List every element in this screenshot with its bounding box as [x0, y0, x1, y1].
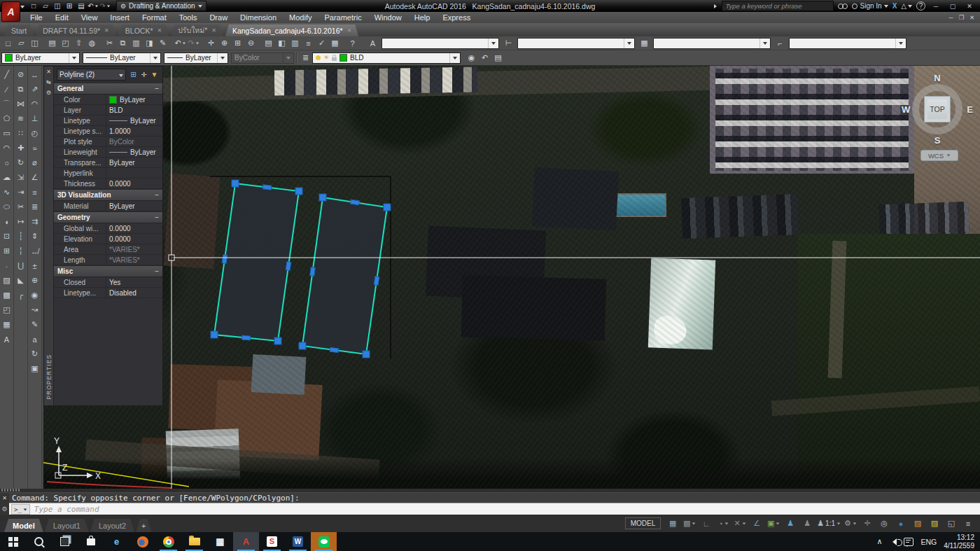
- make-block-icon[interactable]: ⊞: [1, 244, 13, 258]
- wcs-dropdown[interactable]: WCS: [920, 150, 958, 161]
- selected-polyline[interactable]: [214, 183, 299, 341]
- join-icon[interactable]: ⋃: [15, 258, 27, 273]
- tab-draft[interactable]: DRAFT 04.11.59*✕: [36, 25, 116, 36]
- show-hidden-icons-chevron[interactable]: ∧: [876, 537, 882, 546]
- dimension-style-combo[interactable]: [517, 38, 635, 49]
- clean-screen-icon[interactable]: ◱: [944, 517, 959, 530]
- layout1-tab[interactable]: Layout1: [45, 519, 89, 532]
- application-menu-button[interactable]: A: [1, 1, 20, 22]
- word-icon[interactable]: [285, 532, 311, 551]
- baseline-icon[interactable]: ≣: [29, 200, 41, 214]
- calculator-icon[interactable]: ▦: [207, 532, 233, 551]
- etransmit-icon[interactable]: ◍: [85, 37, 99, 50]
- multileader-style-combo[interactable]: [789, 38, 906, 49]
- arc-length-icon[interactable]: ◠: [29, 97, 41, 111]
- model-tab[interactable]: Model: [4, 519, 43, 532]
- dimension-break-icon[interactable]: ↮: [29, 244, 41, 258]
- action-center-icon[interactable]: [904, 538, 913, 546]
- tab-close-icon[interactable]: ✕: [104, 27, 109, 34]
- menu-window[interactable]: Window: [368, 12, 408, 23]
- aligned-dimension-icon[interactable]: ⇗: [29, 82, 41, 97]
- command-customize-icon[interactable]: ⚙: [0, 503, 9, 515]
- dimension-space-icon[interactable]: ⇕: [29, 229, 41, 244]
- viewcube-south[interactable]: S: [934, 135, 941, 146]
- region-icon[interactable]: ◰: [1, 302, 13, 317]
- firefox-icon[interactable]: [130, 532, 155, 551]
- language-indicator[interactable]: ENG: [920, 538, 937, 546]
- vertex-grip[interactable]: [299, 342, 306, 349]
- midpoint-grip[interactable]: [286, 262, 291, 271]
- task-view-button[interactable]: [52, 532, 78, 551]
- help-icon[interactable]: ?: [916, 1, 925, 11]
- open-icon[interactable]: ▱: [15, 37, 28, 50]
- table-icon[interactable]: ▦: [1, 317, 13, 332]
- make-object-layer-current-icon[interactable]: ◉: [465, 52, 478, 64]
- hatch-icon[interactable]: ▨: [1, 273, 13, 288]
- menu-view[interactable]: View: [75, 12, 104, 23]
- restore-button[interactable]: ▢: [946, 3, 959, 10]
- redo-icon[interactable]: ↷: [187, 37, 200, 50]
- dimension-text-edit-icon[interactable]: a: [29, 332, 41, 347]
- menu-insert[interactable]: Insert: [104, 12, 136, 23]
- layout2-tab[interactable]: Layout2: [90, 519, 134, 532]
- midpoint-grip[interactable]: [351, 200, 360, 205]
- application-menu-arrow-icon[interactable]: [20, 6, 24, 8]
- ordinate-icon[interactable]: ⊥: [29, 111, 41, 126]
- ellipse-arc-icon[interactable]: ◖: [1, 214, 13, 229]
- markup-icon[interactable]: ✓: [315, 37, 328, 50]
- tab-close-icon[interactable]: ✕: [157, 27, 162, 34]
- qnew-icon[interactable]: □: [28, 1, 39, 11]
- search-icon[interactable]: [838, 4, 848, 9]
- save-icon[interactable]: ◫: [52, 1, 63, 11]
- tab-start[interactable]: Start: [4, 25, 34, 36]
- menu-dimension[interactable]: Dimension: [234, 12, 283, 23]
- angular-icon[interactable]: ∠: [29, 170, 41, 185]
- midpoint-grip[interactable]: [374, 277, 379, 286]
- internet-explorer-icon[interactable]: e: [104, 532, 130, 551]
- close-button[interactable]: ✕: [963, 3, 976, 10]
- object-snap-icon[interactable]: ∠: [749, 517, 764, 530]
- command-prompt-icon[interactable]: >_: [11, 504, 30, 515]
- center-mark-icon[interactable]: ⊕: [29, 273, 41, 288]
- layer-properties-manager-icon[interactable]: ≣: [299, 52, 312, 64]
- linear-dimension-icon[interactable]: ↔: [29, 67, 41, 82]
- gradient-icon[interactable]: ▩: [1, 288, 13, 302]
- undo-icon[interactable]: ↶: [174, 37, 187, 50]
- text-style-combo[interactable]: [382, 38, 499, 49]
- viewcube-top-face[interactable]: TOP: [924, 96, 951, 123]
- viewcube[interactable]: N S W E TOP: [912, 84, 962, 134]
- polar-tracking-icon[interactable]: ◔: [715, 517, 731, 530]
- construction-line-icon[interactable]: ∕: [1, 82, 13, 97]
- save-as-icon[interactable]: ⊞: [64, 1, 75, 11]
- tab-close-icon[interactable]: ✕: [211, 27, 216, 34]
- radius-icon[interactable]: ◴: [29, 126, 41, 141]
- store-icon[interactable]: [78, 532, 104, 551]
- system-variable-monitor-icon[interactable]: ▨: [927, 517, 942, 530]
- sketchup-icon[interactable]: [259, 532, 285, 551]
- tab-prabmai[interactable]: ปรับใหม่*✕: [171, 25, 223, 36]
- zoom-window-icon[interactable]: ⊞: [231, 37, 244, 50]
- rectangle-icon[interactable]: ▭: [1, 126, 13, 141]
- start-button[interactable]: [0, 532, 26, 551]
- snap-mode-icon[interactable]: ▩: [682, 517, 697, 530]
- tolerance-icon[interactable]: ±: [29, 258, 41, 273]
- viewcube-west[interactable]: W: [902, 104, 910, 115]
- line-icon[interactable]: [311, 532, 337, 551]
- doc-restore-button[interactable]: ❐: [956, 14, 967, 21]
- midpoint-grip[interactable]: [310, 267, 316, 277]
- trim-icon[interactable]: ✂: [15, 200, 27, 214]
- save-icon[interactable]: ◫: [28, 37, 41, 50]
- graphics-performance-icon[interactable]: ●: [893, 517, 909, 530]
- designcenter-icon[interactable]: ◧: [275, 37, 288, 50]
- menu-tools[interactable]: Tools: [173, 12, 204, 23]
- palette-autohide-icon[interactable]: ↹: [46, 79, 51, 85]
- autocad-icon[interactable]: A: [233, 532, 259, 551]
- toggle-pickadd-icon[interactable]: ⊞: [128, 69, 139, 80]
- viewcube-east[interactable]: E: [967, 104, 973, 115]
- selected-polyline[interactable]: [302, 197, 387, 354]
- pan-icon[interactable]: ✛: [204, 37, 218, 50]
- line-icon[interactable]: ╱: [1, 67, 13, 82]
- spline-icon[interactable]: ∿: [1, 185, 13, 200]
- isolate-objects-icon[interactable]: ◎: [876, 517, 892, 530]
- grid-icon[interactable]: ▦: [665, 517, 680, 530]
